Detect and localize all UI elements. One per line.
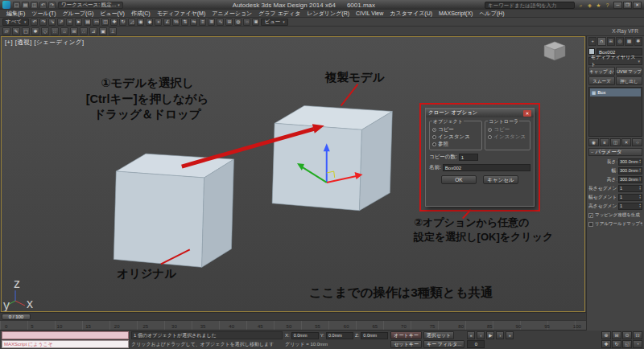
workspace-dropdown[interactable]: ワークスペース: 既定... — [58, 2, 123, 9]
window-crossing-toggle-icon[interactable]: ◫ — [101, 18, 109, 26]
maximize-viewport-toggle-icon[interactable]: ◱ — [622, 340, 632, 348]
key-filters-button[interactable]: キー フィルタ... — [423, 340, 464, 348]
layer-manager-icon[interactable]: ≣ — [208, 18, 215, 26]
set-key-button[interactable]: セットキー — [390, 340, 422, 348]
modifier-set-button[interactable]: キャップ ホール — [588, 67, 615, 76]
next-frame-icon[interactable]: › — [496, 331, 504, 339]
menu-item[interactable]: 編集(E) — [3, 10, 28, 18]
remove-modifier-icon[interactable]: ✕ — [621, 138, 632, 146]
menu-item[interactable]: ビュー(V) — [97, 10, 128, 18]
array-tool-icon[interactable]: ⊞ — [70, 27, 78, 35]
viewport-label[interactable]: [+] [透視] [シェーディング] — [5, 39, 85, 47]
configure-modifier-sets-icon[interactable]: ☼ — [632, 138, 642, 146]
perspective-viewport[interactable]: [+] [透視] [シェーディング] — [1, 36, 585, 312]
spinner-arrows-icon[interactable] — [639, 159, 641, 164]
real-world-map-size-checkbox[interactable] — [588, 222, 593, 227]
modifier-stack[interactable]: Box — [588, 87, 642, 137]
zoom-region-icon[interactable]: ⊡ — [633, 331, 642, 339]
polygon-tools-icon[interactable]: ◇ — [41, 27, 49, 35]
radio-copy[interactable]: コピー — [432, 126, 479, 133]
make-unique-icon[interactable]: ◫ — [610, 138, 621, 146]
menu-item[interactable]: グループ(G) — [60, 10, 97, 18]
copies-spinner[interactable]: 1 — [459, 154, 478, 161]
snaps-toggle-icon[interactable]: ⌖ — [155, 18, 162, 26]
menu-item[interactable]: ヘルプ(H) — [476, 10, 507, 18]
menu-item[interactable]: グラフ エディタ — [255, 10, 303, 18]
tab-utilities[interactable]: ✱ — [634, 37, 642, 46]
spinner-arrows-icon[interactable] — [639, 195, 641, 199]
spacing-tool-icon[interactable]: ∴ — [80, 27, 88, 35]
select-object-icon[interactable]: ► — [75, 18, 82, 26]
generate-mapping-coords-checkbox[interactable] — [588, 213, 593, 218]
radio-icon[interactable] — [432, 128, 436, 132]
modifier-set-button[interactable]: スムーズ — [588, 76, 615, 85]
original-box-model[interactable] — [114, 154, 233, 267]
tab-hierarchy[interactable]: ⊞ — [607, 37, 615, 46]
reference-coordinate-dropdown[interactable]: ビュー — [261, 18, 287, 26]
help-icon[interactable]: ? — [604, 2, 611, 9]
spinner-arrows-icon[interactable] — [639, 168, 641, 173]
undo-icon[interactable]: ↶ — [39, 2, 47, 9]
bind-to-space-warp-icon[interactable]: ≈ — [66, 18, 73, 26]
schematic-view-icon[interactable]: ⊞ — [225, 18, 233, 26]
favorites-icon[interactable]: ★ — [595, 2, 602, 9]
maxscript-listener-field[interactable]: MAXScript にようこそ — [2, 340, 129, 348]
current-frame-field[interactable]: 0 — [467, 340, 485, 348]
rectangular-selection-region-icon[interactable]: ▭ — [93, 18, 100, 26]
infocenter-search-input[interactable] — [485, 2, 575, 9]
z-coordinate-field[interactable]: 0.0mm — [361, 332, 388, 339]
save-file-icon[interactable]: ◫ — [31, 2, 38, 9]
radio-icon[interactable] — [432, 142, 436, 146]
view-align-icon[interactable]: ⌂ — [60, 27, 68, 35]
normal-align-icon[interactable]: ⊿ — [89, 27, 97, 35]
use-pivot-point-icon[interactable]: ◉ — [137, 18, 144, 26]
show-end-result-icon[interactable]: ≡ — [600, 138, 610, 146]
selection-filter-dropdown[interactable]: すべて — [2, 18, 29, 26]
zoom-icon[interactable]: ⊕ — [601, 331, 611, 339]
redo-icon[interactable]: ↷ — [39, 18, 47, 26]
radio-controller-copy[interactable]: コピー — [488, 126, 527, 133]
search-icon[interactable]: ⌕ — [577, 2, 584, 9]
radio-icon[interactable] — [488, 128, 492, 132]
color-clipboard-icon[interactable]: ▣ — [99, 27, 107, 35]
menu-item[interactable]: アニメーション — [208, 10, 255, 18]
material-editor-icon[interactable]: ◍ — [234, 18, 242, 26]
select-by-name-icon[interactable]: ▤ — [84, 18, 91, 26]
tab-modify[interactable]: ∩ — [597, 37, 605, 46]
modifier-set-button[interactable]: 押し出し — [616, 76, 642, 85]
clone-name-field[interactable]: Box002 — [443, 164, 530, 171]
tab-display[interactable]: ▦ — [625, 37, 633, 46]
application-menu-button[interactable] — [2, 1, 10, 9]
pan-icon[interactable]: ✚ — [601, 340, 611, 348]
tab-create[interactable]: + — [588, 37, 597, 46]
select-and-scale-icon[interactable]: ◿ — [128, 18, 135, 26]
time-slider[interactable]: 0 / 100 — [0, 312, 586, 320]
go-to-start-icon[interactable]: « — [467, 331, 475, 339]
radio-instance[interactable]: インスタンス — [432, 133, 479, 141]
modifier-set-button[interactable]: UVW マップ — [616, 67, 642, 76]
curve-editor-icon[interactable]: ∿ — [217, 18, 224, 26]
parameter-spinner-field[interactable]: 1 — [618, 203, 642, 210]
minimize-button[interactable]: ─ — [613, 2, 622, 9]
parameter-spinner-field[interactable]: 300.0mm — [618, 167, 642, 174]
tab-motion[interactable]: ◎ — [616, 37, 624, 46]
play-animation-icon[interactable]: ▶ — [486, 331, 494, 339]
auto-key-button[interactable]: オートキー — [390, 331, 421, 339]
radio-icon[interactable] — [488, 135, 492, 139]
measure-icon[interactable]: ⊥ — [109, 27, 117, 35]
spinner-arrows-icon[interactable] — [639, 203, 641, 208]
parameter-spinner-field[interactable]: 300.0mm — [618, 158, 642, 166]
cloned-box-model[interactable] — [272, 105, 392, 210]
menu-item[interactable]: モディファイヤ(M) — [154, 10, 209, 18]
snap-grid-icon[interactable]: ∷ — [51, 27, 59, 35]
parameter-spinner-field[interactable]: 1 — [618, 194, 642, 201]
modifier-list-dropdown[interactable]: モディファイヤリスト — [588, 57, 642, 65]
radio-icon[interactable] — [432, 135, 436, 139]
zoom-all-icon[interactable]: ⊞ — [612, 331, 621, 339]
undo-icon[interactable]: ↶ — [31, 18, 38, 26]
graphite-modeling-tab-icon[interactable]: ▱ — [2, 27, 10, 35]
select-and-link-icon[interactable]: ⇘ — [48, 18, 56, 26]
select-and-rotate-icon[interactable]: ↻ — [119, 18, 126, 26]
select-and-manipulate-icon[interactable]: ◆ — [146, 18, 153, 26]
render-setup-icon[interactable]: ☼ — [243, 18, 250, 26]
